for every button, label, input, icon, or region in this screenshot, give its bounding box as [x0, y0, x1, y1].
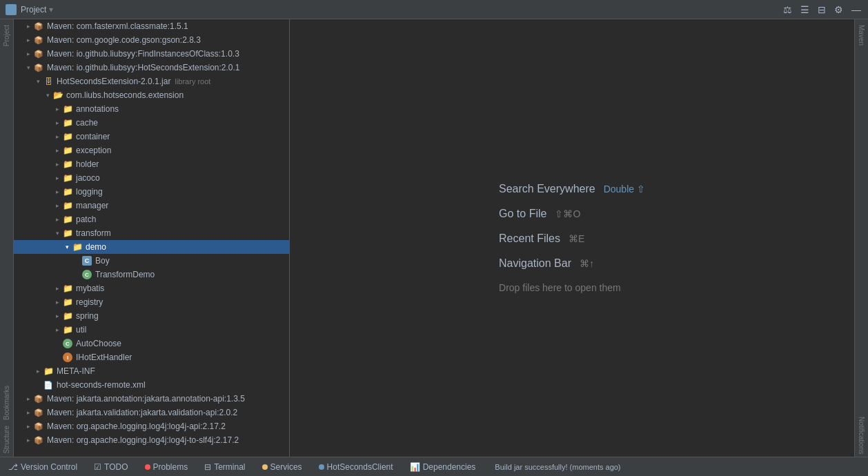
sidebar-item-maven[interactable]: Maven	[856, 22, 867, 48]
tree-item-exception[interactable]: 📁 exception	[14, 143, 289, 157]
sidebar-item-bookmarks[interactable]: Bookmarks	[1, 383, 12, 423]
folder-icon-meta-inf: 📁	[43, 366, 54, 377]
tree-arrow-log4j-slf4j[interactable]	[23, 435, 33, 445]
tree-item-patch[interactable]: 📁 patch	[14, 212, 289, 226]
folder-icon-transform: 📁	[62, 228, 73, 239]
tree-item-maven-findinstances[interactable]: 📦 Maven: io.github.liubsyy:FindInstances…	[14, 47, 289, 61]
tree-arrow-log4j-api[interactable]	[23, 422, 33, 431]
version-control-icon: ⎇	[8, 462, 18, 472]
tree-arrow-cache[interactable]	[52, 118, 62, 128]
tree-item-logging[interactable]: 📁 logging	[14, 185, 289, 199]
tree-item-maven-hotseconds[interactable]: 📦 Maven: io.github.liubsyy:HotSecondsExt…	[14, 61, 289, 75]
tree-item-maven-classmate[interactable]: 📦 Maven: com.fasterxml.classmate:1.5.1	[14, 19, 289, 33]
toolbar-dropdown-icon[interactable]: ▾	[49, 5, 53, 14]
status-todo-label: TODO	[104, 462, 128, 472]
tree-item-hot-seconds-xml[interactable]: 📄 hot-seconds-remote.xml	[14, 378, 289, 392]
tree-item-spring[interactable]: 📁 spring	[14, 309, 289, 323]
tree-arrow-holder[interactable]	[52, 159, 62, 169]
tree-label-ihotexthandler: IHotExtHandler	[76, 353, 132, 362]
tree-item-ihotexthandler[interactable]: I IHotExtHandler	[14, 350, 289, 364]
tree-container[interactable]: 📦 Maven: com.fasterxml.classmate:1.5.1 📦…	[14, 19, 289, 457]
tree-item-hotseconds-jar[interactable]: 🗄 HotSecondsExtension-2.0.1.jar library …	[14, 75, 289, 88]
welcome-panel: Search Everywhere Double ⇧ Go to File ⇧⌘…	[499, 183, 645, 293]
tree-arrow-transform[interactable]	[52, 228, 62, 238]
tree-arrow-maven-gson[interactable]	[23, 35, 33, 45]
sidebar-item-structure[interactable]: Structure	[1, 423, 12, 457]
tree-arrow-jakarta-annotation[interactable]	[23, 394, 33, 404]
tree-arrow-mybatis[interactable]	[52, 284, 62, 293]
status-terminal-label: Terminal	[214, 462, 245, 472]
tree-item-cache[interactable]: 📁 cache	[14, 116, 289, 130]
tree-arrow-demo[interactable]	[62, 242, 72, 252]
maven-icon-classmate: 📦	[33, 21, 44, 32]
status-services[interactable]: Services	[259, 461, 305, 473]
tree-item-maven-jakarta-validation[interactable]: 📦 Maven: jakarta.validation:jakarta.vali…	[14, 406, 289, 419]
tree-arrow-annotations[interactable]	[52, 104, 62, 114]
left-sidebar-icons: Project Bookmarks Structure	[0, 19, 14, 457]
tree-arrow-meta-inf[interactable]	[33, 366, 43, 376]
tree-item-autochoose[interactable]: C AutoChoose	[14, 337, 289, 350]
tree-arrow-logging[interactable]	[52, 187, 62, 197]
sidebar-item-project[interactable]: Project	[1, 22, 12, 49]
tree-item-util[interactable]: 📁 util	[14, 323, 289, 337]
tree-arrow-patch[interactable]	[52, 215, 62, 224]
tree-item-container[interactable]: 📁 container	[14, 130, 289, 143]
status-hotseconds-label: HotSecondsClient	[327, 462, 393, 472]
tree-item-maven-log4j-slf4j[interactable]: 📦 Maven: org.apache.logging.log4j:log4j-…	[14, 433, 289, 447]
tree-item-maven-gson[interactable]: 📦 Maven: com.google.code.gson:gson:2.8.3	[14, 33, 289, 47]
toolbar-title: Project ▾	[21, 5, 53, 14]
tree-arrow-spring[interactable]	[52, 311, 62, 321]
tree-item-mybatis[interactable]: 📁 mybatis	[14, 281, 289, 295]
status-terminal[interactable]: ⊟ Terminal	[201, 461, 248, 473]
tree-arrow-manager[interactable]	[52, 201, 62, 210]
tree-arrow-findinstances[interactable]	[23, 49, 33, 59]
tree-item-transformdemo[interactable]: C TransformDemo	[14, 268, 289, 281]
status-problems[interactable]: Problems	[142, 461, 191, 473]
toolbar-title-text: Project	[21, 5, 46, 14]
tree-item-jacoco[interactable]: 📁 jacoco	[14, 171, 289, 185]
springclass-icon-transformdemo: C	[81, 269, 92, 280]
toolbar: Project ▾ ⚖ ☰ ⊟ ⚙ —	[0, 0, 868, 19]
status-hotseconds[interactable]: HotSecondsClient	[316, 461, 396, 473]
tree-item-boy[interactable]: C Boy	[14, 254, 289, 268]
status-dependencies[interactable]: 📊 Dependencies	[407, 461, 479, 473]
tree-item-annotations[interactable]: 📁 annotations	[14, 102, 289, 116]
tree-item-maven-jakarta-annotation[interactable]: 📦 Maven: jakarta.annotation:jakarta.anno…	[14, 392, 289, 406]
right-sidebar-icons: Maven Notifications	[854, 19, 868, 457]
tree-arrow-hotseconds[interactable]	[23, 63, 33, 72]
list-btn[interactable]: ☰	[799, 3, 811, 17]
tree-item-com-liubs[interactable]: 📂 com.liubs.hotseconds.extension	[14, 88, 289, 102]
tree-label-jakarta-annotation: Maven: jakarta.annotation:jakarta.annota…	[47, 394, 245, 404]
sidebar-item-notifications[interactable]: Notifications	[856, 414, 867, 457]
balance-btn[interactable]: ⚖	[782, 3, 793, 17]
settings-btn[interactable]: ⚙	[833, 3, 845, 17]
folder-icon-patch: 📁	[62, 214, 73, 225]
tree-label-jar-root: library root	[175, 77, 210, 86]
tree-label-holder: holder	[76, 159, 99, 169]
tree-arrow-container[interactable]	[52, 132, 62, 141]
status-todo[interactable]: ☑ TODO	[91, 461, 130, 473]
tree-item-holder[interactable]: 📁 holder	[14, 157, 289, 171]
tree-arrow-com-liubs[interactable]	[43, 90, 52, 100]
tree-arrow-maven-classmate[interactable]	[23, 21, 33, 31]
folder-icon-exception: 📁	[62, 145, 73, 156]
tree-item-manager[interactable]: 📁 manager	[14, 199, 289, 212]
tree-arrow-registry[interactable]	[52, 297, 62, 307]
tree-item-demo[interactable]: 📁 demo	[14, 240, 289, 254]
tree-arrow-jakarta-validation[interactable]	[23, 408, 33, 417]
collapse-btn[interactable]: ⊟	[816, 3, 827, 17]
tree-label-maven-classmate: Maven: com.fasterxml.classmate:1.5.1	[47, 21, 188, 31]
tree-arrow-jacoco[interactable]	[52, 173, 62, 183]
project-panel: 📦 Maven: com.fasterxml.classmate:1.5.1 📦…	[14, 19, 290, 457]
folder-icon-mybatis: 📁	[62, 283, 73, 294]
tree-arrow-exception[interactable]	[52, 146, 62, 155]
tree-item-maven-log4j-api[interactable]: 📦 Maven: org.apache.logging.log4j:log4j-…	[14, 419, 289, 433]
tree-item-transform[interactable]: 📁 transform	[14, 226, 289, 240]
status-version-control[interactable]: ⎇ Version Control	[6, 461, 80, 473]
tree-item-registry[interactable]: 📁 registry	[14, 295, 289, 309]
minimize-btn[interactable]: —	[850, 3, 862, 17]
tree-arrow-jar[interactable]	[33, 77, 43, 86]
tree-arrow-util[interactable]	[52, 325, 62, 335]
tree-label-annotations: annotations	[76, 104, 119, 114]
tree-item-meta-inf[interactable]: 📁 META-INF	[14, 364, 289, 378]
